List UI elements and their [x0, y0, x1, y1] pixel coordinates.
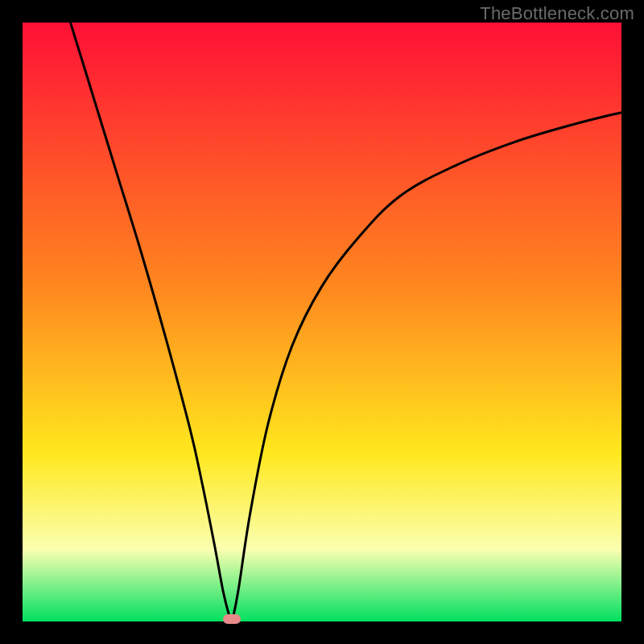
chart-background-gradient: [23, 23, 621, 621]
watermark-text: TheBottleneck.com: [480, 3, 634, 24]
chart-plot-area: [23, 23, 621, 621]
minimum-marker: [223, 614, 241, 624]
chart-frame: [23, 23, 621, 621]
